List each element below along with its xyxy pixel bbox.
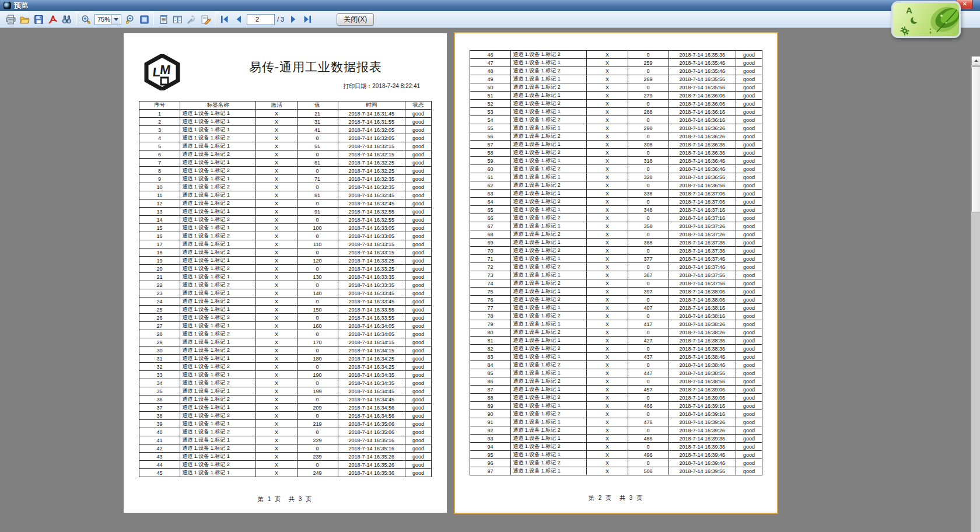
cell-active: X bbox=[587, 279, 628, 288]
cell-active: X bbox=[256, 469, 297, 477]
zoom-in-button[interactable] bbox=[79, 13, 92, 26]
cell-seq: 75 bbox=[470, 288, 511, 296]
cell-value: 0 bbox=[628, 394, 668, 402]
table-row: 19通道 1.设备 1.标记 1X1202018-7-14 16:33:25go… bbox=[139, 257, 432, 265]
cell-status: good bbox=[405, 428, 431, 436]
cell-tag-name: 通道 1.设备 1.标记 2 bbox=[511, 83, 587, 92]
table-row: 96通道 1.设备 1.标记 2X02018-7-14 16:39:46good bbox=[470, 459, 762, 467]
close-preview-button[interactable]: 关闭(X) bbox=[337, 13, 374, 26]
first-page-button[interactable] bbox=[218, 13, 231, 26]
cell-value: 0 bbox=[297, 200, 338, 208]
moon-icon[interactable] bbox=[911, 17, 918, 24]
cell-tag-name: 通道 1.设备 1.标记 2 bbox=[180, 281, 256, 289]
cell-tag-name: 通道 1.设备 1.标记 2 bbox=[511, 459, 587, 467]
page-number-input[interactable] bbox=[247, 14, 275, 25]
cell-active: X bbox=[587, 239, 628, 247]
cell-seq: 53 bbox=[470, 108, 511, 116]
cell-seq: 63 bbox=[470, 190, 511, 198]
save-button[interactable] bbox=[32, 13, 45, 26]
table-row: 32通道 1.设备 1.标记 2X02018-7-14 16:34:25good bbox=[139, 363, 432, 371]
cell-value: 437 bbox=[628, 353, 668, 361]
table-row: 75通道 1.设备 1.标记 1X3972018-7-14 16:38:06go… bbox=[470, 288, 762, 296]
cell-seq: 38 bbox=[139, 412, 180, 420]
table-row: 31通道 1.设备 1.标记 1X1802018-7-14 16:34:25go… bbox=[139, 355, 432, 363]
cell-time: 2018-7-14 16:37:46 bbox=[668, 255, 736, 263]
cell-value: 0 bbox=[297, 461, 338, 469]
next-page-button[interactable] bbox=[287, 13, 300, 26]
cell-tag-name: 通道 1.设备 1.标记 1 bbox=[180, 355, 256, 363]
cell-time: 2018-7-14 16:32:25 bbox=[338, 167, 405, 175]
cell-seq: 21 bbox=[139, 273, 180, 281]
table-row: 57通道 1.设备 1.标记 1X3082018-7-14 16:36:36go… bbox=[470, 141, 762, 149]
cell-time: 2018-7-14 16:35:06 bbox=[338, 428, 405, 436]
chevron-down-icon bbox=[111, 15, 120, 24]
cell-active: X bbox=[256, 265, 297, 273]
zoom-level-combo[interactable]: 75% bbox=[94, 14, 121, 25]
print-button[interactable] bbox=[4, 13, 17, 26]
cell-value: 160 bbox=[297, 322, 338, 330]
zoom-out-button[interactable] bbox=[124, 13, 136, 26]
print-icon bbox=[6, 15, 16, 24]
cell-seq: 89 bbox=[470, 402, 511, 410]
table-row: 34通道 1.设备 1.标记 2X02018-7-14 16:34:35good bbox=[139, 379, 432, 387]
page-footer: 第 2 页 共 3 页 bbox=[455, 494, 777, 502]
cell-value: 0 bbox=[297, 183, 338, 191]
last-page-button[interactable] bbox=[301, 13, 314, 26]
cell-tag-name: 通道 1.设备 1.标记 1 bbox=[180, 404, 256, 412]
tools-button[interactable] bbox=[185, 13, 198, 26]
scroll-up-button[interactable] bbox=[971, 56, 980, 65]
cell-status: good bbox=[736, 312, 762, 320]
table-row: 43通道 1.设备 1.标记 1X2392018-7-14 16:35:26go… bbox=[139, 453, 432, 461]
table-row: 40通道 1.设备 1.标记 2X02018-7-14 16:35:06good bbox=[139, 428, 432, 436]
cell-status: good bbox=[736, 279, 762, 288]
table-row: 91通道 1.设备 1.标记 1X4762018-7-14 16:39:26go… bbox=[470, 418, 762, 426]
scrollbar-thumb[interactable] bbox=[971, 66, 980, 212]
two-page-view-button[interactable] bbox=[171, 13, 184, 26]
table-row: 46通道 1.设备 1.标记 2X02018-7-14 16:35:36good bbox=[470, 51, 762, 59]
cell-active: X bbox=[587, 435, 628, 443]
cell-tag-name: 通道 1.设备 1.标记 1 bbox=[180, 175, 256, 183]
find-button[interactable] bbox=[60, 13, 73, 26]
cell-tag-name: 通道 1.设备 1.标记 1 bbox=[511, 206, 587, 214]
cell-seq: 68 bbox=[470, 230, 511, 239]
cell-seq: 77 bbox=[470, 304, 511, 312]
fit-page-button[interactable] bbox=[138, 13, 150, 26]
cell-status: good bbox=[736, 345, 762, 353]
cell-tag-name: 通道 1.设备 1.标记 1 bbox=[180, 371, 256, 379]
cell-status: good bbox=[405, 216, 431, 224]
cell-active: X bbox=[256, 224, 297, 232]
cell-time: 2018-7-14 16:37:06 bbox=[668, 190, 736, 198]
cell-value: 0 bbox=[297, 216, 338, 224]
cell-time: 2018-7-14 16:38:56 bbox=[668, 369, 736, 377]
table-row: 3通道 1.设备 1.标记 1X412018-7-14 16:32:05good bbox=[139, 126, 432, 134]
cell-seq: 10 bbox=[139, 183, 180, 191]
cell-tag-name: 通道 1.设备 1.标记 2 bbox=[511, 198, 587, 206]
cell-tag-name: 通道 1.设备 1.标记 1 bbox=[511, 353, 587, 361]
edit-button[interactable] bbox=[199, 13, 212, 26]
table-row: 39通道 1.设备 1.标记 1X2192018-7-14 16:35:06go… bbox=[139, 420, 432, 428]
open-button[interactable] bbox=[18, 13, 31, 26]
cell-status: good bbox=[405, 142, 431, 150]
ime-mode-letter[interactable]: A bbox=[906, 5, 912, 15]
cell-status: good bbox=[405, 200, 431, 208]
ime-widget[interactable]: A ; bbox=[891, 1, 961, 38]
page-total-label: / 3 bbox=[277, 16, 284, 23]
report-title: 易传-通用工业数据报表 bbox=[184, 59, 447, 75]
cell-active: X bbox=[256, 289, 297, 298]
vertical-scrollbar[interactable] bbox=[971, 56, 980, 532]
cell-status: good bbox=[736, 124, 762, 132]
table-row: 37通道 1.设备 1.标记 1X2092018-7-14 16:34:56go… bbox=[139, 404, 432, 412]
cell-value: 368 bbox=[628, 239, 668, 247]
prev-page-button[interactable] bbox=[232, 13, 245, 26]
cell-active: X bbox=[256, 208, 297, 216]
cell-seq: 33 bbox=[139, 371, 180, 379]
cell-time: 2018-7-14 16:33:45 bbox=[338, 298, 405, 306]
cell-active: X bbox=[587, 402, 628, 410]
cell-active: X bbox=[587, 386, 628, 394]
cell-active: X bbox=[587, 75, 628, 83]
gear-icon[interactable] bbox=[900, 26, 909, 36]
cell-value: 407 bbox=[628, 304, 668, 312]
export-pdf-button[interactable] bbox=[46, 13, 59, 26]
cell-time: 2018-7-14 16:32:05 bbox=[338, 134, 405, 142]
page-setup-button[interactable] bbox=[157, 13, 170, 26]
